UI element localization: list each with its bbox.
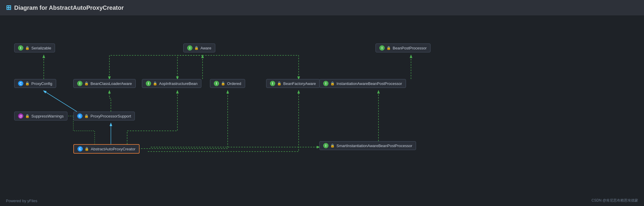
svg-line-5 — [44, 91, 77, 112]
node-suppresswarnings[interactable]: @ 🔒 SuppressWarnings — [14, 112, 67, 120]
label-beanclassloaderaware: BeanClassLoaderAware — [90, 81, 132, 86]
node-serializable[interactable]: I 🔒 Serializable — [14, 44, 55, 52]
node-proxyconfig[interactable]: C 🔒 ProxyConfig — [14, 79, 56, 88]
badge-ordered: I — [214, 81, 219, 86]
footer-right: CSDN @肯尼思布赖恩埃德蒙 — [591, 198, 638, 203]
label-proxyprocessorsupport: ProxyProcessorSupport — [90, 114, 131, 118]
label-beanpostprocessor: BeanPostProcessor — [393, 46, 427, 50]
badge-instantiationawarebeanpostprocessor: I — [323, 81, 329, 86]
badge-beanclassloaderaware: I — [77, 81, 82, 86]
label-instantiationawarebeanpostprocessor: InstantiationAwareBeanPostProcessor — [336, 81, 402, 86]
badge-proxyprocessorsupport: C — [77, 113, 82, 119]
arrows-svg — [0, 15, 644, 206]
badge-aopinfrastructurebean: I — [146, 81, 151, 86]
footer-left: Powered by yFiles — [6, 199, 37, 203]
label-suppresswarnings: SuppressWarnings — [31, 114, 64, 118]
node-aware[interactable]: I 🔒 Aware — [183, 44, 215, 52]
node-aopinfrastructurebean[interactable]: I 🔒 AopInfrastructureBean — [142, 79, 201, 88]
label-abstractautoproxycreator: AbstractAutoProxyCreator — [91, 147, 135, 151]
label-aware: Aware — [200, 46, 211, 50]
badge-beanfactoryaware: I — [270, 81, 275, 86]
node-beanpostprocessor[interactable]: I 🔒 BeanPostProcessor — [376, 44, 431, 52]
node-beanclassloaderaware[interactable]: I 🔒 BeanClassLoaderAware — [73, 79, 136, 88]
label-proxyconfig: ProxyConfig — [31, 81, 52, 86]
node-abstractautoproxycreator[interactable]: C 🔒 AbstractAutoProxyCreator — [73, 144, 140, 154]
page-title: Diagram for AbstractAutoProxyCreator — [14, 4, 124, 11]
label-ordered: Ordered — [227, 81, 241, 86]
label-serializable: Serializable — [31, 46, 51, 50]
title-bar: ⊞ Diagram for AbstractAutoProxyCreator — [0, 0, 644, 15]
node-ordered[interactable]: I 🔒 Ordered — [210, 79, 245, 88]
node-beanfactoryaware[interactable]: I 🔒 BeanFactoryAware — [266, 79, 320, 88]
label-aopinfrastructurebean: AopInfrastructureBean — [159, 81, 198, 86]
badge-proxyconfig: C — [18, 81, 23, 86]
badge-smartinstantiationawarebeanpostprocessor: I — [323, 143, 329, 148]
node-proxyprocessorsupport[interactable]: C 🔒 ProxyProcessorSupport — [73, 112, 135, 120]
title-icon: ⊞ — [6, 4, 11, 12]
badge-aware: I — [187, 45, 192, 51]
label-smartinstantiationawarebeanpostprocessor: SmartInstantiationAwareBeanPostProcessor — [336, 144, 412, 148]
node-smartinstantiationawarebeanpostprocessor[interactable]: I 🔒 SmartInstantiationAwareBeanPostProce… — [319, 141, 416, 150]
badge-beanpostprocessor: I — [379, 45, 385, 51]
label-beanfactoryaware: BeanFactoryAware — [283, 81, 316, 86]
badge-suppresswarnings: @ — [18, 113, 23, 119]
badge-serializable: I — [18, 45, 23, 51]
node-instantiationawarebeanpostprocessor[interactable]: I 🔒 InstantiationAwareBeanPostProcessor — [319, 79, 406, 88]
badge-abstractautoproxycreator: C — [77, 146, 83, 152]
diagram-area: I 🔒 Serializable I 🔒 Aware I 🔒 BeanPostP… — [0, 15, 644, 206]
